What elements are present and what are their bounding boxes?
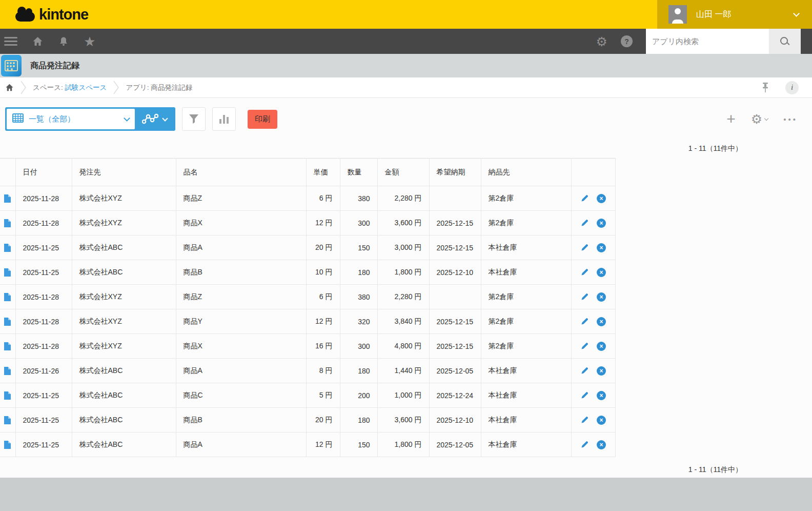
cell-date: 2025-11-25: [15, 408, 72, 433]
table-row: 2025-11-28株式会社XYZ商品Z6 円3802,280 円第2倉庫×: [0, 285, 615, 309]
cell-destination: 本社倉庫: [481, 235, 571, 260]
graph-view-button[interactable]: [135, 109, 174, 129]
cell-date: 2025-11-28: [15, 285, 72, 309]
edit-record-icon[interactable]: [580, 219, 589, 227]
delete-record-icon[interactable]: ×: [597, 317, 606, 326]
record-range-top: 1 - 11（11件中）: [0, 144, 812, 153]
cell-product: 商品Z: [176, 186, 306, 211]
record-detail-icon[interactable]: [4, 244, 11, 252]
pin-icon[interactable]: [762, 82, 769, 93]
edit-record-icon[interactable]: [580, 391, 589, 400]
cell-amount: 1,800 円: [377, 433, 429, 457]
edit-record-icon[interactable]: [580, 416, 589, 424]
record-detail-icon[interactable]: [4, 416, 11, 424]
cell-date: 2025-11-25: [15, 260, 72, 285]
record-detail-icon[interactable]: [4, 441, 11, 449]
breadcrumb-space: スペース: 試験スペース: [33, 83, 107, 92]
column-header-vendor[interactable]: 発注先: [72, 159, 176, 186]
delete-record-icon[interactable]: ×: [597, 194, 606, 203]
record-detail-icon[interactable]: [4, 367, 11, 375]
edit-record-icon[interactable]: [580, 268, 589, 277]
column-header-amount[interactable]: 金額: [377, 159, 429, 186]
global-nav-bar: ★ ⚙ ?: [0, 29, 812, 54]
cell-date: 2025-11-25: [15, 433, 72, 457]
record-detail-icon[interactable]: [4, 219, 11, 227]
edit-record-icon[interactable]: [580, 342, 589, 350]
user-menu[interactable]: 山田 一郎: [657, 0, 812, 29]
delete-record-icon[interactable]: ×: [597, 268, 606, 277]
delete-record-icon[interactable]: ×: [597, 416, 606, 425]
column-header-destination[interactable]: 納品先: [481, 159, 571, 186]
delete-record-icon[interactable]: ×: [597, 219, 606, 228]
delete-record-icon[interactable]: ×: [597, 243, 606, 252]
column-header-quantity[interactable]: 数量: [340, 159, 377, 186]
cell-quantity: 320: [340, 309, 377, 334]
cell-unit-price: 10 円: [306, 260, 340, 285]
edit-record-icon[interactable]: [580, 292, 589, 301]
info-icon[interactable]: i: [785, 81, 799, 94]
breadcrumb-home-icon[interactable]: [5, 84, 14, 91]
column-header-product[interactable]: 品名: [176, 159, 306, 186]
pencil-glyph: [580, 194, 589, 203]
record-detail-icon[interactable]: [4, 194, 11, 203]
delete-record-icon[interactable]: ×: [597, 292, 606, 302]
search-input[interactable]: [646, 29, 769, 54]
home-icon[interactable]: [31, 35, 44, 48]
cell-destination: 第2倉庫: [481, 334, 571, 359]
table-row: 2025-11-28株式会社XYZ商品Z6 円3802,280 円第2倉庫×: [0, 186, 615, 211]
chevron-down-icon: [124, 115, 130, 122]
record-detail-icon[interactable]: [4, 342, 11, 350]
cell-vendor: 株式会社XYZ: [72, 186, 176, 211]
record-icon-cell: [0, 235, 15, 260]
breadcrumb-app: アプリ: 商品発注記録: [126, 83, 192, 92]
cell-date: 2025-11-25: [15, 235, 72, 260]
cell-destination: 本社倉庫: [481, 433, 571, 457]
edit-record-icon[interactable]: [580, 194, 589, 203]
cell-due-date: 2025-12-10: [429, 260, 481, 285]
app-abacus-icon[interactable]: [1, 55, 22, 76]
record-icon-cell: [0, 285, 15, 309]
record-detail-icon[interactable]: [4, 293, 11, 301]
delete-record-icon[interactable]: ×: [597, 366, 606, 376]
print-button[interactable]: 印刷: [248, 110, 277, 129]
add-record-button[interactable]: +: [726, 113, 736, 125]
edit-record-icon[interactable]: [580, 440, 589, 449]
funnel-icon: [188, 113, 200, 125]
chart-button[interactable]: [212, 107, 236, 131]
delete-record-icon[interactable]: ×: [597, 391, 606, 400]
column-header-unit-price[interactable]: 単価: [306, 159, 340, 186]
edit-record-icon[interactable]: [580, 317, 589, 326]
filter-button[interactable]: [182, 107, 206, 131]
kintone-screen: kintone 山田 一郎 ★ ⚙ ?: [0, 0, 812, 511]
kintone-logo[interactable]: kintone: [0, 6, 88, 23]
breadcrumb-space-prefix: スペース:: [33, 84, 65, 91]
hamburger-menu-icon[interactable]: [4, 37, 17, 46]
row-actions: ×: [579, 219, 608, 228]
app-settings-button[interactable]: ⚙: [751, 113, 768, 125]
breadcrumb-space-link[interactable]: 試験スペース: [65, 84, 107, 91]
help-icon[interactable]: ?: [621, 35, 633, 47]
breadcrumb-separator-icon: [113, 81, 119, 94]
record-detail-icon[interactable]: [4, 318, 11, 326]
settings-gear-icon[interactable]: ⚙: [596, 35, 607, 48]
cell-due-date: 2025-12-24: [429, 383, 481, 408]
record-detail-icon[interactable]: [4, 268, 11, 277]
search-button[interactable]: [769, 29, 801, 54]
edit-record-icon[interactable]: [580, 243, 589, 252]
row-actions-cell: ×: [571, 359, 615, 383]
delete-record-icon[interactable]: ×: [597, 440, 606, 449]
search-icon: [780, 36, 790, 47]
cell-date: 2025-11-28: [15, 334, 72, 359]
column-header-date[interactable]: 日付: [15, 159, 72, 186]
edit-record-icon[interactable]: [580, 366, 589, 375]
delete-record-icon[interactable]: ×: [597, 342, 606, 351]
column-header-due-date[interactable]: 希望納期: [429, 159, 481, 186]
record-detail-icon[interactable]: [4, 391, 11, 400]
view-selector[interactable]: 一覧（全部）: [7, 109, 135, 129]
notifications-bell-icon[interactable]: [57, 35, 70, 48]
actions-column-header: [571, 159, 615, 186]
favorites-star-icon[interactable]: ★: [84, 35, 96, 48]
more-options-button[interactable]: •••: [783, 115, 798, 124]
top-header-bar: kintone 山田 一郎: [0, 0, 812, 29]
cell-vendor: 株式会社ABC: [72, 408, 176, 433]
